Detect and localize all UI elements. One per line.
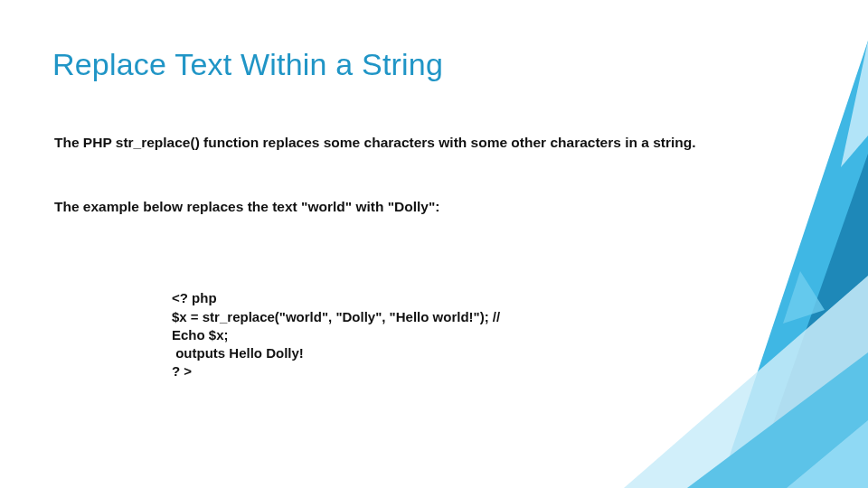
- code-line: Echo $x;: [172, 327, 229, 343]
- code-example: <? php $x = str_replace("world", "Dolly"…: [172, 271, 642, 381]
- code-line: ? >: [172, 363, 192, 379]
- slide-title: Replace Text Within a String: [52, 47, 443, 82]
- code-line: <? php: [172, 290, 217, 305]
- slide: Replace Text Within a String The PHP str…: [0, 0, 868, 488]
- svg-marker-1: [750, 154, 868, 488]
- svg-marker-5: [841, 41, 868, 167]
- example-intro: The example below replaces the text "wor…: [54, 199, 723, 215]
- intro-paragraph: The PHP str_replace() function replaces …: [54, 134, 723, 153]
- code-line: $x = str_replace("world", "Dolly", "Hell…: [172, 309, 500, 324]
- svg-marker-0: [719, 41, 868, 488]
- svg-marker-3: [687, 352, 868, 488]
- code-line: outputs Hello Dolly!: [172, 345, 304, 361]
- svg-marker-4: [787, 420, 868, 488]
- svg-marker-6: [783, 271, 825, 324]
- svg-marker-2: [624, 276, 868, 488]
